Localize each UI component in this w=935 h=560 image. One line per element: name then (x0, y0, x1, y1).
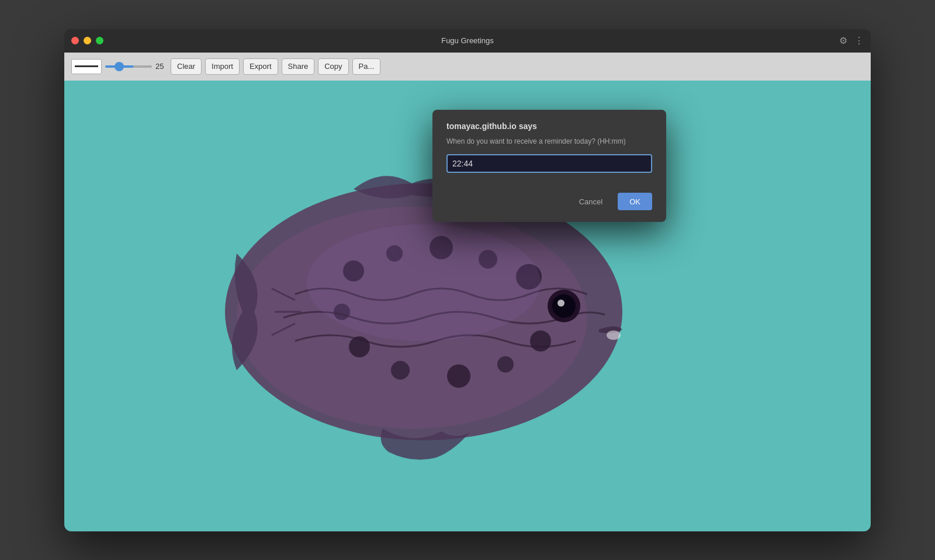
brush-size-slider[interactable] (105, 65, 152, 68)
traffic-lights (71, 37, 103, 44)
import-button[interactable]: Import (205, 58, 240, 75)
slider-container: 25 (105, 62, 167, 71)
close-button[interactable] (71, 37, 79, 44)
canvas-area[interactable]: tomayac.github.io says When do you want … (64, 81, 871, 531)
brush-line-indicator (75, 65, 98, 67)
maximize-button[interactable] (96, 37, 103, 44)
extensions-icon[interactable]: ⚙ (839, 35, 847, 46)
dialog-title: tomayac.github.io says (446, 121, 652, 131)
brush-preview (71, 59, 102, 74)
clear-button[interactable]: Clear (171, 58, 202, 75)
browser-window: Fugu Greetings ⚙ ⋮ 25 Clear Import Expor… (64, 29, 871, 531)
window-title: Fugu Greetings (441, 36, 494, 45)
ok-button[interactable]: OK (618, 193, 652, 210)
cancel-button[interactable]: Cancel (570, 193, 612, 210)
title-bar: Fugu Greetings ⚙ ⋮ (64, 29, 871, 53)
dialog-content: tomayac.github.io says When do you want … (432, 110, 666, 185)
slider-value: 25 (155, 62, 167, 71)
dialog-message: When do you want to receive a reminder t… (446, 137, 652, 147)
copy-button[interactable]: Copy (318, 58, 348, 75)
dialog-input[interactable] (446, 154, 652, 173)
dialog-buttons: Cancel OK (432, 185, 666, 222)
paste-button[interactable]: Pa... (352, 58, 381, 75)
share-button[interactable]: Share (282, 58, 315, 75)
menu-icon[interactable]: ⋮ (854, 35, 864, 46)
dialog-overlay: tomayac.github.io says When do you want … (64, 81, 871, 531)
export-button[interactable]: Export (243, 58, 278, 75)
title-bar-icons: ⚙ ⋮ (839, 35, 864, 46)
minimize-button[interactable] (84, 37, 91, 44)
dialog-box: tomayac.github.io says When do you want … (432, 110, 666, 222)
toolbar: 25 Clear Import Export Share Copy Pa... (64, 53, 871, 81)
